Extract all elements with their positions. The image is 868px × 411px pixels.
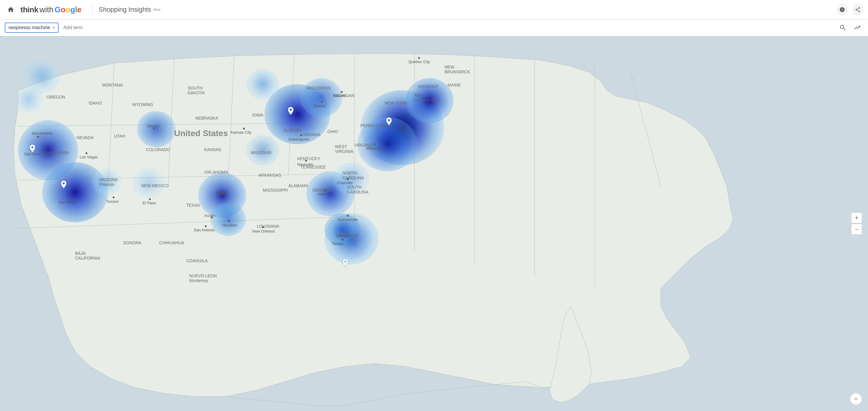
- city-dot-dallas: [221, 194, 223, 195]
- city-dot-tucson: [113, 197, 115, 198]
- trend-button[interactable]: [851, 22, 863, 34]
- info-button[interactable]: [837, 4, 847, 15]
- header: think with Google Shopping Insights Beta: [0, 0, 868, 19]
- zoom-controls: + −: [851, 212, 862, 235]
- home-button[interactable]: [5, 4, 17, 16]
- search-term-close-button[interactable]: ×: [53, 26, 55, 30]
- add-term-input[interactable]: [61, 23, 834, 32]
- city-dot-toronto: [341, 91, 343, 93]
- city-dot-denver: [153, 127, 155, 129]
- city-dot-washington: [374, 143, 375, 145]
- logo-think: think: [21, 5, 38, 14]
- city-dot-austin: [211, 216, 213, 218]
- share-button[interactable]: [852, 4, 863, 15]
- city-dot-atlanta: [324, 189, 326, 191]
- city-dot-san-jose: [31, 149, 32, 151]
- search-term-chip: nespresso machine ×: [5, 23, 59, 33]
- city-dot-sacramento: [37, 136, 39, 138]
- city-dot-el-paso: [149, 198, 151, 200]
- scroll-up-button[interactable]: [850, 393, 862, 405]
- city-dot-san-diego: [68, 197, 69, 199]
- map-container[interactable]: MONTANA OREGON IDAHO WYOMING SOUTHDAKOTA…: [0, 36, 868, 411]
- logo-with: with: [40, 5, 54, 14]
- zoom-out-button[interactable]: −: [851, 224, 862, 235]
- city-dot-charlotte: [347, 178, 349, 180]
- city-dot-san-antonio: [205, 225, 207, 227]
- search-bar: nespresso machine ×: [0, 19, 868, 36]
- city-dot-orlando: [346, 231, 348, 233]
- header-actions: [837, 4, 863, 15]
- search-button[interactable]: [837, 22, 849, 34]
- city-dot-kansas-city: [243, 128, 245, 129]
- city-dot-las-vegas: [86, 152, 87, 154]
- zoom-in-button[interactable]: +: [851, 212, 862, 223]
- city-dot-quebec: [418, 57, 420, 59]
- city-dot-new-orleans: [262, 226, 264, 228]
- logo: think with Google: [21, 5, 82, 14]
- app-title: Shopping Insights: [98, 6, 151, 13]
- city-dot-houston: [228, 220, 230, 222]
- city-dot-detroit: [321, 101, 323, 103]
- logo-google: Google: [55, 5, 82, 14]
- city-dot-tampa: [341, 239, 343, 241]
- header-divider: [92, 4, 93, 15]
- beta-badge: Beta: [153, 8, 160, 11]
- search-term-text: nespresso machine: [8, 25, 50, 30]
- city-dot-jacksonville: [347, 215, 349, 216]
- city-dot-indianapolis: [300, 134, 302, 136]
- city-dot-nashville: [305, 160, 307, 162]
